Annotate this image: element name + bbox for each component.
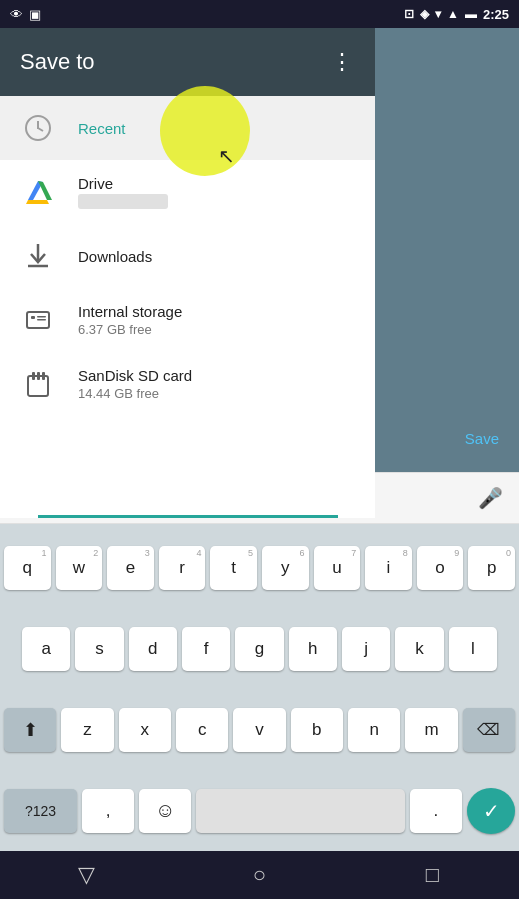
key-emoji[interactable]: ☺ bbox=[139, 789, 191, 833]
key-c[interactable]: c bbox=[176, 708, 228, 752]
drawer-title: Save to bbox=[20, 49, 95, 75]
internal-storage-label: Internal storage bbox=[78, 303, 182, 320]
key-y[interactable]: 6y bbox=[262, 546, 309, 590]
key-a[interactable]: a bbox=[22, 627, 70, 671]
time-display: 2:25 bbox=[483, 7, 509, 22]
key-n[interactable]: n bbox=[348, 708, 400, 752]
key-comma[interactable]: , bbox=[82, 789, 134, 833]
keyboard: 1q 2w 3e 4r 5t 6y 7u 8i 9o 0p a s d f g … bbox=[0, 524, 519, 851]
drive-icon bbox=[20, 174, 56, 210]
key-h[interactable]: h bbox=[289, 627, 337, 671]
drawer-item-downloads[interactable]: Downloads bbox=[0, 224, 375, 288]
key-o[interactable]: 9o bbox=[417, 546, 464, 590]
keyboard-row-1: 1q 2w 3e 4r 5t 6y 7u 8i 9o 0p bbox=[0, 528, 519, 609]
recent-item-text: Recent bbox=[78, 120, 126, 137]
svg-rect-11 bbox=[31, 316, 35, 319]
svg-line-2 bbox=[38, 128, 43, 131]
key-s[interactable]: s bbox=[75, 627, 123, 671]
key-m[interactable]: m bbox=[405, 708, 457, 752]
status-right-icons: ⊡ ◈ ▾ ▲ ▬ 2:25 bbox=[404, 7, 509, 22]
recent-label: Recent bbox=[78, 120, 126, 137]
drive-item-text: Drive •••••••• bbox=[78, 175, 168, 209]
drawer-item-recent[interactable]: Recent bbox=[0, 96, 375, 160]
key-x[interactable]: x bbox=[119, 708, 171, 752]
drawer-item-drive[interactable]: Drive •••••••• bbox=[0, 160, 375, 224]
drawer-item-sandisk[interactable]: SanDisk SD card 14.44 GB free bbox=[0, 352, 375, 416]
svg-rect-15 bbox=[32, 372, 35, 380]
layers-icon: ◈ bbox=[420, 7, 429, 21]
key-u[interactable]: 7u bbox=[314, 546, 361, 590]
drawer-bottom-accent bbox=[38, 515, 338, 518]
drive-sub: •••••••• bbox=[78, 194, 168, 209]
key-d[interactable]: d bbox=[129, 627, 177, 671]
svg-marker-5 bbox=[38, 181, 52, 200]
save-to-drawer: Save to ⋮ Recent bbox=[0, 28, 375, 518]
key-f[interactable]: f bbox=[182, 627, 230, 671]
mic-icon[interactable]: 🎤 bbox=[478, 486, 503, 510]
keyboard-row-4: ?123 , ☺ . ✓ bbox=[0, 770, 519, 851]
sim-icon: ▣ bbox=[29, 7, 41, 22]
sd-icon bbox=[20, 366, 56, 402]
svg-marker-6 bbox=[26, 200, 49, 204]
wifi-icon: ▾ bbox=[435, 7, 441, 21]
key-num-symbols[interactable]: ?123 bbox=[4, 789, 77, 833]
sandisk-item-text: SanDisk SD card 14.44 GB free bbox=[78, 367, 192, 401]
key-backspace[interactable]: ⌫ bbox=[463, 708, 515, 752]
battery-icon: ▬ bbox=[465, 7, 477, 21]
download-icon bbox=[20, 238, 56, 274]
save-button-bg: Save bbox=[465, 430, 499, 447]
keyboard-row-2: a s d f g h j k l bbox=[0, 609, 519, 690]
svg-rect-12 bbox=[37, 316, 46, 318]
key-t[interactable]: 5t bbox=[210, 546, 257, 590]
signal-icon: ▲ bbox=[447, 7, 459, 21]
clock-icon bbox=[20, 110, 56, 146]
key-l[interactable]: l bbox=[449, 627, 497, 671]
drawer-items-list: Recent Drive •••••••• bbox=[0, 96, 375, 515]
key-r[interactable]: 4r bbox=[159, 546, 206, 590]
key-space[interactable] bbox=[196, 789, 405, 833]
key-i[interactable]: 8i bbox=[365, 546, 412, 590]
key-z[interactable]: z bbox=[61, 708, 113, 752]
home-button[interactable]: ○ bbox=[230, 855, 290, 895]
key-p[interactable]: 0p bbox=[468, 546, 515, 590]
bottom-nav-bar: ▽ ○ □ bbox=[0, 851, 519, 899]
svg-rect-13 bbox=[37, 319, 46, 321]
key-q[interactable]: 1q bbox=[4, 546, 51, 590]
internal-storage-sub: 6.37 GB free bbox=[78, 322, 182, 337]
key-j[interactable]: j bbox=[342, 627, 390, 671]
drive-label: Drive bbox=[78, 175, 168, 192]
key-period[interactable]: . bbox=[410, 789, 462, 833]
key-shift[interactable]: ⬆ bbox=[4, 708, 56, 752]
status-bar: 👁 ▣ ⊡ ◈ ▾ ▲ ▬ 2:25 bbox=[0, 0, 519, 28]
eye-icon: 👁 bbox=[10, 7, 23, 22]
key-k[interactable]: k bbox=[395, 627, 443, 671]
key-w[interactable]: 2w bbox=[56, 546, 103, 590]
sandisk-sub: 14.44 GB free bbox=[78, 386, 192, 401]
svg-rect-16 bbox=[37, 372, 40, 380]
back-button[interactable]: ▽ bbox=[57, 855, 117, 895]
internal-storage-item-text: Internal storage 6.37 GB free bbox=[78, 303, 182, 337]
downloads-item-text: Downloads bbox=[78, 248, 152, 265]
cast-icon: ⊡ bbox=[404, 7, 414, 21]
storage-icon bbox=[20, 302, 56, 338]
status-left-icons: 👁 ▣ bbox=[10, 7, 41, 22]
svg-rect-17 bbox=[42, 372, 45, 380]
keyboard-row-3: ⬆ z x c v b n m ⌫ bbox=[0, 690, 519, 771]
drawer-header: Save to ⋮ bbox=[0, 28, 375, 96]
key-g[interactable]: g bbox=[235, 627, 283, 671]
drawer-item-internal-storage[interactable]: Internal storage 6.37 GB free bbox=[0, 288, 375, 352]
key-v[interactable]: v bbox=[233, 708, 285, 752]
key-e[interactable]: 3e bbox=[107, 546, 154, 590]
key-b[interactable]: b bbox=[291, 708, 343, 752]
downloads-label: Downloads bbox=[78, 248, 152, 265]
sandisk-label: SanDisk SD card bbox=[78, 367, 192, 384]
key-enter[interactable]: ✓ bbox=[467, 788, 515, 834]
drawer-menu-button[interactable]: ⋮ bbox=[331, 49, 355, 75]
recents-button[interactable]: □ bbox=[403, 855, 463, 895]
